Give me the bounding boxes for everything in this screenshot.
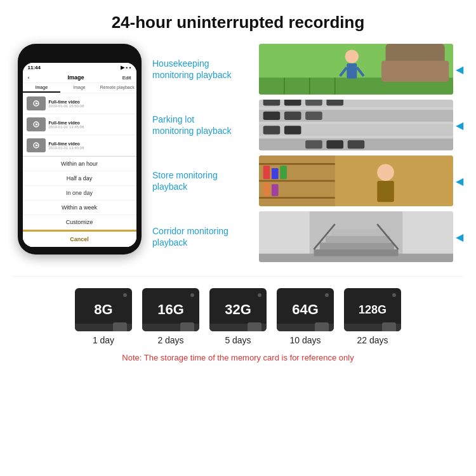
svg-rect-30	[284, 126, 301, 134]
storage-days-128g: 22 days	[357, 335, 388, 345]
monitor-img-store	[259, 155, 453, 206]
svg-rect-26	[263, 112, 281, 120]
dropdown-cancel[interactable]: Cancel	[23, 230, 136, 247]
monitor-img-housekeeping	[259, 44, 453, 95]
svg-point-44	[377, 164, 394, 181]
item-text-3: Full-time video 2019-01-01 13:40:08	[49, 142, 133, 150]
sd-dot-64g	[325, 293, 329, 297]
page-title: 24-hour uninterrupted recording	[13, 13, 463, 32]
svg-marker-1	[36, 102, 38, 105]
phone-tabs: Image Image Remote playback	[23, 83, 136, 93]
dropdown-item-1[interactable]: Within an hour	[23, 157, 136, 171]
phone-tab-image2[interactable]: Image	[60, 83, 98, 93]
svg-rect-53	[331, 229, 385, 236]
svg-rect-22	[263, 100, 281, 105]
thumb-1	[27, 96, 46, 110]
storage-days-8g: 1 day	[93, 335, 114, 345]
storage-days-64g: 10 days	[289, 335, 321, 345]
phone-icons: ▶ ▪ ▪	[121, 65, 131, 70]
sd-dot-16g	[190, 293, 194, 297]
phone-mockup: 11:44 ▶ ▪ ▪ ‹ Image Edit Image Image Rem…	[13, 44, 146, 255]
storage-note: Note: The storage time of the memory car…	[13, 353, 463, 362]
thumb-2	[27, 117, 46, 131]
svg-rect-43	[272, 184, 279, 196]
svg-rect-33	[348, 140, 365, 149]
svg-rect-45	[377, 181, 394, 202]
svg-rect-27	[284, 112, 301, 120]
svg-marker-5	[36, 144, 38, 147]
storage-card-8g: 8G 1 day	[75, 288, 132, 345]
item-date-3: 2019-01-01 13:40:08	[49, 146, 133, 150]
sd-card-32g: 32G	[209, 288, 267, 331]
sd-label-16g: 16G	[157, 301, 184, 318]
monitor-label-housekeeping: Housekeepingmonitoring playback	[152, 58, 254, 81]
svg-rect-25	[326, 100, 343, 105]
svg-rect-41	[280, 166, 287, 179]
storage-days-16g: 2 days	[157, 335, 183, 345]
svg-rect-29	[263, 126, 281, 134]
phone-time: 11:44	[28, 65, 41, 70]
sd-dot-8g	[123, 293, 127, 297]
storage-card-128g: 128G 22 days	[344, 288, 401, 345]
sd-card-16g: 16G	[142, 288, 199, 331]
svg-rect-12	[381, 61, 449, 82]
svg-rect-51	[320, 242, 394, 249]
phone-notch	[57, 49, 102, 60]
monitor-row-corridor: Corridor monitoringplayback	[152, 211, 463, 262]
sd-dot-128g	[392, 293, 396, 297]
phone-tab-image[interactable]: Image	[23, 83, 61, 93]
monitor-img-corridor	[259, 211, 453, 262]
storage-card-64g: 64G 10 days	[277, 288, 334, 345]
sd-label-32g: 32G	[225, 301, 251, 318]
item-text-1: Full-time video 2019-01-01 15:50:08	[49, 100, 133, 108]
svg-rect-42	[263, 183, 270, 196]
svg-rect-39	[263, 166, 270, 179]
monitor-label-store: Store monitoringplayback	[152, 169, 254, 192]
phone-tab-remote[interactable]: Remote playback	[98, 83, 136, 93]
item-text-2: Full-time video 2019-01-01 13:45:08	[49, 121, 133, 129]
thumb-3	[27, 138, 46, 152]
dropdown-item-2[interactable]: Half a day	[23, 171, 136, 186]
arrow-store: ◀	[456, 175, 463, 187]
svg-rect-14	[347, 63, 357, 79]
dropdown-item-5[interactable]: Customize	[23, 215, 136, 230]
page: 24-hour uninterrupted recording 11:44 ▶ …	[0, 0, 476, 372]
item-title-1: Full-time video	[49, 100, 133, 104]
list-item-3: Full-time video 2019-01-01 13:40:08	[23, 135, 136, 156]
phone-screen: 11:44 ▶ ▪ ▪ ‹ Image Edit Image Image Rem…	[23, 63, 136, 247]
svg-rect-52	[326, 236, 390, 243]
phone-nav-back[interactable]: ‹	[28, 75, 30, 81]
phone-dropdown: Within an hour Half a day In one day Wit…	[23, 156, 136, 247]
svg-rect-24	[305, 100, 322, 105]
monitor-row-parking: Parking lotmonitoring playback	[152, 100, 463, 150]
arrow-corridor: ◀	[456, 231, 463, 243]
item-title-3: Full-time video	[49, 142, 133, 146]
monitor-label-corridor: Corridor monitoringplayback	[152, 225, 254, 248]
svg-rect-32	[326, 140, 343, 149]
storage-card-16g: 16G 2 days	[142, 288, 199, 345]
middle-section: 11:44 ▶ ▪ ▪ ‹ Image Edit Image Image Rem…	[13, 44, 463, 262]
storage-section: 8G 1 day 16G 2 days 32G 5 days	[13, 276, 463, 362]
arrow-housekeeping: ◀	[456, 63, 463, 76]
monitor-row-store: Store monitoringplayback	[152, 155, 463, 206]
arrow-parking: ◀	[456, 119, 463, 131]
svg-rect-28	[305, 112, 322, 120]
item-date-1: 2019-01-01 15:50:08	[49, 104, 133, 108]
storage-card-32g: 32G 5 days	[209, 288, 267, 345]
phone-device: 11:44 ▶ ▪ ▪ ‹ Image Edit Image Image Rem…	[18, 44, 142, 255]
storage-days-32g: 5 days	[225, 335, 251, 345]
sd-card-8g: 8G	[75, 288, 132, 331]
sd-card-64g: 64G	[277, 288, 334, 331]
list-item-2: Full-time video 2019-01-01 13:45:08	[23, 114, 136, 135]
monitor-label-parking: Parking lotmonitoring playback	[152, 114, 254, 136]
dropdown-item-4[interactable]: Within a week	[23, 201, 136, 215]
dropdown-item-3[interactable]: In one day	[23, 186, 136, 201]
phone-nav-edit[interactable]: Edit	[122, 75, 131, 81]
svg-rect-40	[272, 168, 279, 179]
svg-marker-3	[36, 123, 38, 126]
sd-label-8g: 8G	[94, 301, 112, 318]
monitoring-list: Housekeepingmonitoring playback	[152, 44, 463, 262]
item-date-2: 2019-01-01 13:45:08	[49, 125, 133, 129]
sd-label-64g: 64G	[292, 301, 319, 318]
item-title-2: Full-time video	[49, 121, 133, 125]
